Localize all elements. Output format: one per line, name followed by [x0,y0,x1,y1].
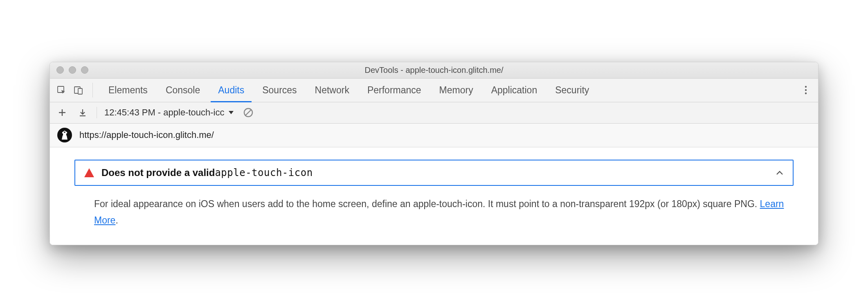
tab-security[interactable]: Security [546,78,598,102]
svg-line-12 [245,110,251,115]
tab-memory[interactable]: Memory [430,78,482,102]
audit-description: For ideal appearance on iOS when users a… [74,186,794,229]
audit-title-code: apple-touch-icon [215,167,313,178]
traffic-lights [50,66,88,74]
fail-triangle-icon [84,168,94,177]
zoom-window-button[interactable] [81,66,88,74]
audit-title: Does not provide a valid apple-touch-ico… [101,167,768,178]
tab-label: Network [315,85,349,96]
divider [97,107,97,118]
inspect-element-icon[interactable] [54,83,69,97]
audit-description-text: For ideal appearance on iOS when users a… [94,199,760,209]
tab-application[interactable]: Application [482,78,546,102]
chevron-down-icon [228,110,234,115]
tab-performance[interactable]: Performance [358,78,430,102]
audit-description-tail: . [115,215,118,226]
tab-label: Console [166,85,200,96]
device-toolbar-icon[interactable] [71,83,86,97]
clear-button[interactable] [242,106,255,119]
tab-label: Performance [367,85,421,96]
svg-marker-10 [229,111,234,114]
tab-elements[interactable]: Elements [99,78,157,102]
tab-label: Audits [218,85,244,96]
lighthouse-icon [57,128,72,142]
titlebar: DevTools - apple-touch-icon.glitch.me/ [50,62,818,79]
tab-network[interactable]: Network [306,78,358,102]
more-options-icon[interactable] [798,82,814,98]
chevron-up-icon[interactable] [776,170,784,176]
svg-rect-14 [64,132,65,133]
svg-point-5 [805,93,807,94]
new-audit-button[interactable] [56,106,69,119]
audited-url: https://apple-touch-icon.glitch.me/ [79,130,214,140]
download-report-button[interactable] [76,106,89,119]
svg-point-4 [805,89,807,91]
svg-point-3 [805,86,807,88]
tab-label: Application [491,85,537,96]
dropdown-label: 12:45:43 PM - apple-touch-icc [104,107,225,118]
window-title: DevTools - apple-touch-icon.glitch.me/ [50,65,818,75]
devtools-tabbar: Elements Console Audits Sources Network … [50,79,818,102]
svg-rect-2 [78,88,82,94]
tab-audits[interactable]: Audits [209,78,253,102]
tab-label: Security [555,85,589,96]
audit-title-lead: Does not provide a valid [101,167,215,178]
tab-label: Memory [439,85,473,96]
tab-sources[interactable]: Sources [253,78,306,102]
minimize-window-button[interactable] [69,66,76,74]
close-window-button[interactable] [56,66,64,74]
svg-rect-13 [63,133,66,135]
audits-toolbar: 12:45:43 PM - apple-touch-icc [50,102,818,124]
tab-label: Sources [262,85,297,96]
audit-url-bar: https://apple-touch-icon.glitch.me/ [50,124,818,147]
audit-run-dropdown[interactable]: 12:45:43 PM - apple-touch-icc [104,107,234,118]
divider [92,83,93,97]
tab-label: Elements [108,85,148,96]
devtools-window: DevTools - apple-touch-icon.glitch.me/ E… [49,62,819,246]
audit-content: Does not provide a valid apple-touch-ico… [50,147,818,245]
audit-item[interactable]: Does not provide a valid apple-touch-ico… [74,160,794,186]
tabs: Elements Console Audits Sources Network … [99,78,795,102]
tab-console[interactable]: Console [157,78,209,102]
